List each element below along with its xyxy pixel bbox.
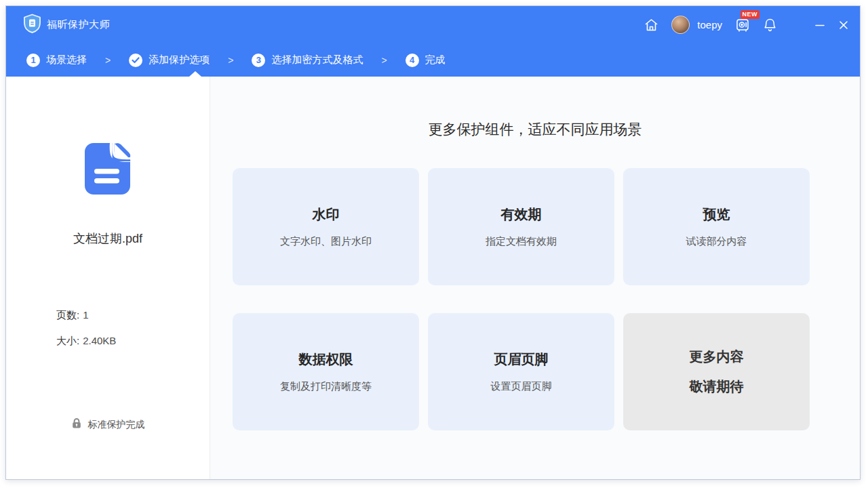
app-window: 福昕保护大师 toepy NEW	[5, 5, 861, 480]
card-subtitle: 试读部分内容	[686, 235, 747, 248]
step-4-number: 4	[406, 54, 419, 67]
step-1-label: 场景选择	[46, 54, 87, 66]
step-1-number: 1	[26, 54, 40, 67]
bell-icon[interactable]	[763, 18, 777, 33]
card-subtitle: 指定文档有效期	[486, 235, 557, 248]
page-count-row: 页数:1	[56, 309, 210, 322]
file-name: 文档过期.pdf	[73, 230, 142, 247]
close-icon[interactable]	[838, 20, 849, 30]
card-title: 页眉页脚	[494, 350, 549, 369]
step-1-scene-select[interactable]: 1 场景选择	[26, 54, 87, 67]
card-subtitle: 敬请期待	[690, 378, 744, 396]
step-4-finish[interactable]: 4 完成	[406, 54, 446, 67]
shield-logo-icon	[23, 14, 41, 36]
card-validity-period[interactable]: 有效期 指定文档有效期	[428, 168, 614, 285]
step-2-label: 添加保护选项	[149, 54, 210, 66]
step-2-add-protection-options[interactable]: 添加保护选项	[129, 54, 210, 67]
main-content: 更多保护组件，适应不同应用场景 水印 文字水印、图片水印 有效期 指定文档有效期…	[210, 77, 860, 479]
file-size-value: 2.40KB	[83, 335, 116, 346]
pdf-document-icon	[84, 142, 132, 198]
card-title: 有效期	[501, 205, 542, 224]
card-header-footer[interactable]: 页眉页脚 设置页眉页脚	[428, 313, 614, 430]
wizard-step-bar: 1 场景选择 > 添加保护选项 > 3 选择加密方式及格式 > 4 完成	[6, 43, 860, 77]
card-subtitle: 文字水印、图片水印	[280, 235, 372, 248]
card-title: 更多内容	[690, 348, 744, 366]
card-data-permissions[interactable]: 数据权限 复制及打印清晰度等	[233, 313, 419, 430]
protection-status: 标准保护完成	[71, 418, 145, 432]
card-subtitle: 复制及打印清晰度等	[280, 380, 372, 393]
step-separator-icon: >	[105, 55, 111, 66]
step-separator-icon: >	[381, 55, 387, 66]
card-watermark[interactable]: 水印 文字水印、图片水印	[233, 168, 419, 285]
new-badge: NEW	[741, 10, 760, 19]
main-heading: 更多保护组件，适应不同应用场景	[210, 120, 860, 139]
safe-box-icon[interactable]: NEW	[735, 18, 750, 33]
step-2-check-icon	[129, 54, 142, 67]
active-step-pointer	[189, 71, 201, 77]
step-3-label: 选择加密方式及格式	[271, 54, 363, 66]
card-title: 数据权限	[299, 350, 353, 369]
card-subtitle: 设置页眉页脚	[491, 380, 552, 393]
title-bar: 福昕保护大师 toepy NEW	[6, 6, 860, 43]
card-more-coming-soon: 更多内容 敬请期待	[623, 313, 810, 430]
app-logo: 福昕保护大师	[23, 14, 110, 36]
file-info-sidebar: 文档过期.pdf 页数:1 大小:2.40KB	[6, 77, 210, 479]
card-preview[interactable]: 预览 试读部分内容	[623, 168, 810, 285]
hamburger-menu-icon[interactable]	[790, 20, 802, 30]
home-icon[interactable]	[644, 18, 658, 32]
file-size-row: 大小:2.40KB	[56, 335, 210, 348]
app-title: 福昕保护大师	[47, 18, 110, 31]
protection-status-text: 标准保护完成	[88, 419, 145, 431]
step-3-encryption-format[interactable]: 3 选择加密方式及格式	[252, 54, 363, 67]
step-4-label: 完成	[425, 54, 446, 66]
page-count-label: 页数:	[56, 309, 79, 321]
username-label[interactable]: toepy	[697, 19, 722, 30]
file-size-label: 大小:	[56, 335, 79, 346]
step-separator-icon: >	[228, 55, 233, 66]
card-title: 水印	[313, 205, 340, 224]
minimize-icon[interactable]	[814, 20, 825, 30]
step-3-number: 3	[252, 54, 265, 67]
protection-cards-grid: 水印 文字水印、图片水印 有效期 指定文档有效期 预览 试读部分内容 数据权限 …	[233, 168, 860, 430]
file-metadata: 页数:1 大小:2.40KB	[6, 309, 210, 361]
page-count-value: 1	[83, 309, 88, 321]
user-avatar[interactable]	[671, 16, 690, 34]
card-title: 预览	[703, 205, 730, 224]
lock-icon	[71, 418, 82, 432]
